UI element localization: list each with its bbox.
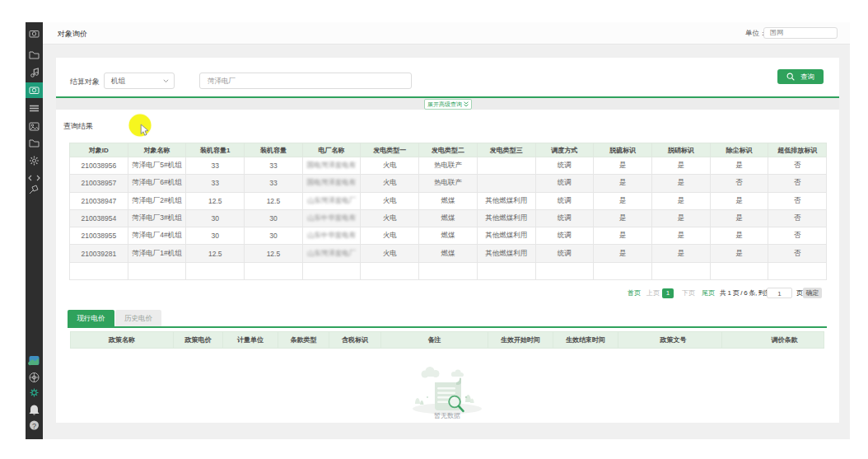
svg-text:?: ? <box>32 422 36 430</box>
